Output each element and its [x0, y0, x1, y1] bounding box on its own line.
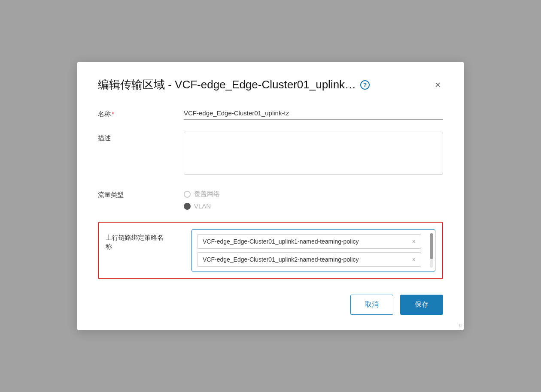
vlan-radio-item[interactable]: VLAN — [184, 202, 443, 210]
help-icon[interactable]: ? — [360, 80, 370, 90]
traffic-type-row: 流量类型 覆盖网络 VLAN — [98, 188, 443, 210]
dialog-title: 编辑传输区域 - VCF-edge_Edge-Cluster01_uplink…… — [98, 77, 370, 92]
save-button[interactable]: 保存 — [400, 295, 443, 315]
dialog-header: 编辑传输区域 - VCF-edge_Edge-Cluster01_uplink…… — [98, 77, 443, 92]
vlan-label: VLAN — [194, 202, 211, 210]
overlay-radio-circle[interactable] — [184, 191, 191, 198]
traffic-type-field: 覆盖网络 VLAN — [184, 188, 443, 210]
description-row: 描述 — [98, 132, 443, 176]
name-row: 名称* — [98, 108, 443, 120]
name-field — [184, 108, 443, 120]
description-label: 描述 — [98, 132, 184, 142]
tag-item-1: VCF-edge_Edge-Cluster01_uplink1-named-te… — [197, 234, 421, 249]
uplink-label: 上行链路绑定策略名 称 — [106, 229, 191, 251]
resize-handle[interactable]: ⠿ — [459, 324, 462, 329]
dialog-title-text: 编辑传输区域 - VCF-edge_Edge-Cluster01_uplink… — [98, 77, 356, 92]
uplink-field[interactable]: VCF-edge_Edge-Cluster01_uplink1-named-te… — [191, 229, 435, 271]
dialog-overlay: 编辑传输区域 - VCF-edge_Edge-Cluster01_uplink…… — [0, 0, 541, 392]
overlay-label: 覆盖网络 — [194, 190, 220, 198]
tag-item-2: VCF-edge_Edge-Cluster01_uplink2-named-te… — [197, 252, 421, 267]
tag-2-close[interactable]: × — [412, 256, 416, 263]
dialog: 编辑传输区域 - VCF-edge_Edge-Cluster01_uplink…… — [77, 62, 464, 330]
name-input[interactable] — [184, 108, 443, 120]
name-label: 名称* — [98, 108, 184, 118]
tag-1-close[interactable]: × — [412, 238, 416, 245]
required-star: * — [112, 110, 114, 118]
tag-1-text: VCF-edge_Edge-Cluster01_uplink1-named-te… — [203, 238, 359, 245]
scrollbar-thumb[interactable] — [430, 233, 433, 259]
description-input[interactable] — [184, 132, 443, 175]
dialog-footer: 取消 保存 — [98, 295, 443, 315]
description-field — [184, 132, 443, 176]
scrollbar-track[interactable] — [430, 233, 433, 268]
close-icon[interactable]: × — [432, 79, 443, 90]
traffic-type-label: 流量类型 — [98, 188, 184, 199]
cancel-button[interactable]: 取消 — [350, 295, 393, 315]
vlan-radio-circle[interactable] — [184, 203, 191, 210]
uplink-section: 上行链路绑定策略名 称 VCF-edge_Edge-Cluster01_upli… — [98, 222, 443, 279]
tag-2-text: VCF-edge_Edge-Cluster01_uplink2-named-te… — [203, 256, 359, 263]
overlay-radio-item[interactable]: 覆盖网络 — [184, 190, 443, 198]
